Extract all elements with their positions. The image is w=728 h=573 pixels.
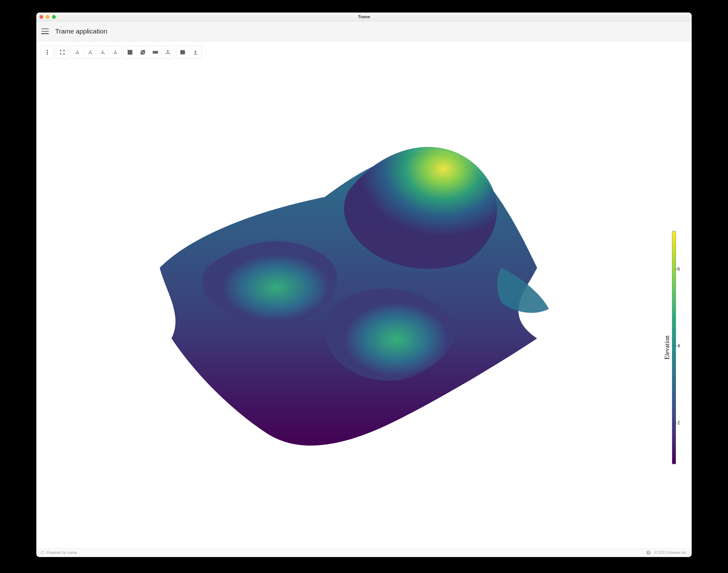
powered-by-label: Powered by trame [46, 551, 77, 555]
surface-shade-icon[interactable] [136, 46, 149, 59]
toolbar-group-view [56, 46, 69, 59]
colorbar-label: Elevation [664, 335, 671, 359]
help-icon[interactable]: ? [646, 551, 650, 555]
colorbar-tick: 4 [677, 343, 680, 349]
colorbar-tick: 6 [677, 266, 680, 271]
app-title: Trame application [55, 28, 107, 35]
ruler-icon[interactable] [149, 46, 161, 59]
colorbar: Elevation 6 4 2 [664, 231, 682, 464]
window-title: Trame [36, 14, 692, 19]
app-header: Trame application [36, 21, 692, 41]
colorbar-tick: 2 [677, 420, 680, 425]
toolbar-group-menu [41, 46, 54, 59]
axis-xz-icon[interactable] [96, 46, 109, 59]
svg-point-1 [47, 52, 48, 53]
toolbar-group-orientation [71, 46, 122, 59]
viewport-toolbar [41, 46, 204, 59]
footer: Powered by trame ? © 2021 Kitware Inc. [36, 548, 692, 557]
axis-xyz-icon[interactable] [71, 46, 84, 59]
app-window: Trame Trame application [36, 12, 692, 557]
screenshot-icon[interactable] [176, 46, 189, 59]
copyright-label: © 2021 Kitware Inc. [654, 551, 687, 555]
axis-xy-icon[interactable] [109, 46, 121, 59]
grid-off-icon[interactable] [124, 46, 136, 59]
toolbar-group-export [176, 46, 202, 59]
axis-yz-icon[interactable] [84, 46, 96, 59]
download-icon[interactable] [189, 46, 201, 59]
svg-rect-5 [181, 50, 185, 54]
axes-arrows-icon[interactable] [161, 46, 174, 59]
viewport[interactable]: Elevation 6 4 2 [36, 41, 692, 548]
more-vert-icon[interactable] [41, 46, 54, 59]
progress-spinner-icon [41, 551, 45, 555]
svg-point-2 [47, 54, 48, 54]
colorbar-gradient [672, 231, 676, 464]
surface-plot[interactable] [89, 72, 561, 487]
hamburger-menu-icon[interactable] [41, 28, 49, 35]
window-titlebar: Trame [36, 12, 692, 21]
toolbar-group-geometry [124, 46, 174, 59]
reset-camera-icon[interactable] [56, 46, 68, 59]
svg-point-0 [47, 50, 48, 51]
colorbar-ticks: 6 4 2 [677, 231, 682, 464]
